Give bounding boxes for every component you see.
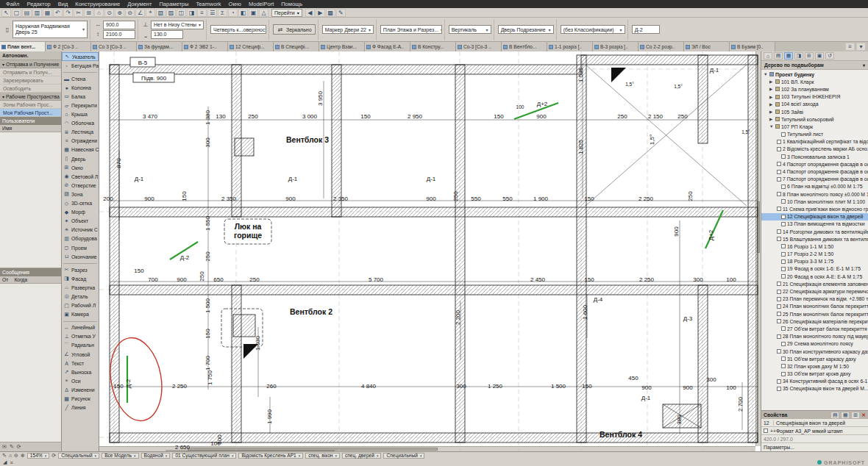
tool-навесная-с[interactable]: ▦Навесная С	[62, 146, 99, 154]
tool-фасад[interactable]: ◨Фасад	[62, 274, 99, 283]
tool-указатель[interactable]: ↖Указатель	[62, 52, 99, 61]
tree-item-18[interactable]: 11 Схема прив'язки вікон відносно гру...	[761, 205, 868, 212]
anchor-dropdown[interactable]: Нет в Низу Стены	[151, 21, 204, 29]
publisher-icon[interactable]: ▣	[815, 52, 824, 60]
tree-item-28[interactable]: 21 Специфікація елементів заповнен...	[761, 280, 868, 287]
tool-источник-с[interactable]: ☀Источник С	[62, 226, 99, 234]
tree-item-40[interactable]: 33 Об'єм витрат крокв даху	[761, 370, 868, 378]
door-icon[interactable]: ◫	[177, 9, 186, 17]
menu-item-5[interactable]: Параметры	[155, 1, 192, 7]
vertical-dropdown[interactable]: Вертикаль	[449, 25, 491, 34]
home-icon[interactable]: ⌂	[764, 52, 772, 60]
refresh-icon[interactable]: ↺	[825, 52, 834, 60]
new-file-icon[interactable]: ▤	[22, 9, 32, 17]
tool-перекрыти[interactable]: ▱Перекрыти	[62, 101, 99, 110]
undo-icon[interactable]: ↶	[53, 9, 63, 17]
tree-item-4[interactable]: ▶104 всієї захода	[761, 101, 868, 108]
tool-окончание[interactable]: ⊔Окончание	[62, 252, 99, 261]
door-width-field[interactable]: 900.0	[103, 21, 135, 29]
collapsed-arrow-icon[interactable]: ▶	[769, 79, 774, 84]
tool-оборудова[interactable]: ▥Оборудова	[62, 234, 99, 243]
expanded-arrow-icon[interactable]: ▼	[764, 72, 768, 76]
marquee-icon[interactable]: ▢	[12, 9, 21, 17]
tree-item-2[interactable]: ▶102 За плануванням	[761, 85, 868, 93]
layers-icon[interactable]: ≡	[197, 9, 207, 17]
tool-угловой[interactable]: ∠Угловой	[62, 350, 99, 359]
tree-item-24[interactable]: 17 Розріз 2-2 М 1:50	[761, 251, 868, 258]
tool-бегущая-ра[interactable]: ▫Бегущая Ра	[62, 61, 99, 70]
tool-отверстие[interactable]: ⊘Отверстие	[62, 181, 99, 190]
tab-9[interactable]: В Констру...	[410, 42, 456, 51]
zoom-in-icon[interactable]: ⊕	[115, 9, 124, 17]
tree-item-32[interactable]: 25 План монолітних балок перекритт...	[761, 310, 868, 318]
door-type-dropdown[interactable]: Наружная Раздвижная Дверь 25	[13, 21, 88, 38]
tool-текст[interactable]: AТекст	[62, 359, 99, 368]
menu-item-9[interactable]: Помощь	[277, 1, 306, 7]
tab-list-icon[interactable]: ≡	[845, 43, 855, 51]
status-dropdown-4[interactable]: Відомість Креслень АР1	[238, 453, 303, 459]
tool-дверь[interactable]: ▯Дверь	[62, 154, 99, 163]
tool-камера[interactable]: ▣Камера	[62, 310, 99, 319]
tool-зона[interactable]: ▨Зона	[62, 190, 99, 198]
workspace-item-1[interactable]: Моя Рабочая Прост...	[0, 109, 61, 117]
tree-item-9[interactable]: 1 Кваліфікаційний сертифікат та відомі..…	[761, 138, 868, 146]
tool-проем[interactable]: ◻Проем	[62, 243, 99, 252]
prop-settings-icon[interactable]: ▦	[841, 412, 850, 419]
tool-окно[interactable]: ⊞Окно	[62, 163, 99, 172]
tree-item-16[interactable]: 8 План монолітного поясу ±0.000 М 1:...	[761, 190, 868, 198]
delta-icon[interactable]: △	[259, 9, 268, 17]
tree-item-39[interactable]: 32 План крокв даху М 1:50	[761, 362, 868, 370]
options-icon[interactable]: ≡	[10, 460, 13, 465]
users-name-column[interactable]: Имя	[2, 126, 12, 131]
tree-item-37[interactable]: 30 План конструктивного каркасу даху	[761, 348, 868, 355]
gravity-icon[interactable]: ▨	[166, 9, 176, 17]
tree-item-27[interactable]: 20 Фасад в осях А-Е: Е-А М 1:75	[761, 273, 868, 280]
save-icon[interactable]: ▦	[43, 9, 52, 17]
half-plan-icon[interactable]: ◧	[238, 9, 248, 17]
tree-item-22[interactable]: 15 Влаштування димових та вентиля...	[761, 235, 868, 243]
tool-линия[interactable]: ╱Линия	[62, 404, 99, 412]
display-mode-dropdown[interactable]: План Этажа и Разрез...	[380, 25, 442, 34]
tree-item-21[interactable]: 14 Розгортки димових та вентиляційн...	[761, 228, 868, 235]
zoom-out-icon[interactable]: ⊖	[14, 453, 18, 459]
tab-4[interactable]: Ф 2 ЭВ2 1-..	[182, 42, 228, 51]
parameters-link[interactable]: Параметры...	[764, 445, 794, 450]
tab-2[interactable]: Со 3 [Со-3 ..	[91, 42, 137, 51]
status-dropdown-6[interactable]: спец. дверей	[342, 453, 381, 459]
mirror-button[interactable]: ⇄Зеркально	[273, 24, 316, 35]
door-marker-dropdown[interactable]: Маркер Двери 22	[322, 25, 374, 34]
tree-item-17[interactable]: 10 План монолітних плит М 1:100	[761, 198, 868, 205]
select-arrow-icon[interactable]: ↖	[1, 9, 11, 17]
reveal-dropdown[interactable]: Четверть к...оверхности	[210, 25, 266, 34]
home-icon[interactable]: ⌂	[94, 9, 104, 17]
tree-item-8[interactable]: Титульний лист	[761, 131, 868, 138]
tool-развертка[interactable]: ⌓Развертка	[62, 283, 99, 292]
door-height-field[interactable]: 2100.0	[103, 30, 135, 39]
tree-item-10[interactable]: 2 Відомість креслень марки АБ осно...	[761, 146, 868, 153]
tree-item-15[interactable]: 6 План на відмітці ±0.000 М 1:75	[761, 183, 868, 190]
teamwork-action-2[interactable]: Освободить	[0, 85, 61, 93]
tree-item-25[interactable]: 18 Розріз 3-3 М 1:75	[761, 258, 868, 265]
tool-рабочий-л[interactable]: ▢Рабочий Л	[62, 301, 99, 310]
tool-крыша[interactable]: ⌂Крыша	[62, 110, 99, 119]
tree-item-34[interactable]: 27 Об'єм витрат балок перекриття	[761, 325, 868, 332]
tree-item-35[interactable]: 28 План монолітного поясу під мауер...	[761, 333, 868, 340]
trim-dropdown[interactable]: Дверь Подрезание	[498, 25, 554, 34]
sill-height-field[interactable]: 130.0	[151, 30, 183, 39]
tab-7[interactable]: Центр Взаи...	[319, 42, 365, 51]
redo-icon[interactable]: ↷	[63, 9, 73, 17]
tree-item-26[interactable]: 19 Фасад в осях 1-6: Е-1 М 1:75	[761, 265, 868, 273]
message-icon[interactable]: ✉	[2, 444, 7, 450]
menu-item-8[interactable]: ModelPort	[245, 1, 277, 7]
tree-item-14[interactable]: 7 Паспорт опорядження фасадів в ося...	[761, 176, 868, 183]
status-dropdown-1[interactable]: Все Модель	[102, 453, 138, 459]
back-icon[interactable]: ◀	[305, 9, 315, 17]
teamwork-action-0[interactable]: Отправить и Получ...	[0, 68, 61, 76]
menu-item-1[interactable]: Редактор	[23, 1, 54, 7]
resize-corner-icon[interactable]: ◢	[3, 459, 7, 465]
master-layout-name[interactable]: ++Формат А3_АР мякий штамп	[770, 429, 842, 434]
collapsed-arrow-icon[interactable]: ▶	[769, 87, 774, 91]
workspace-item-0[interactable]: Зоны Рабочих Прос...	[0, 101, 61, 109]
edit-icon[interactable]: ✎	[10, 444, 14, 450]
tool-деталь[interactable]: ◎Деталь	[62, 292, 99, 301]
